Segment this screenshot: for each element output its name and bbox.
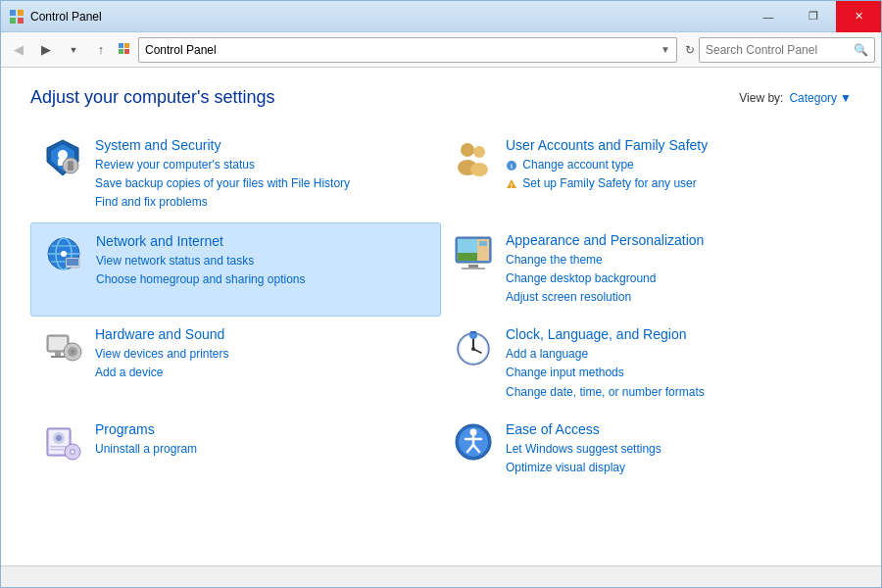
ease-of-access-link-2[interactable]: Optimize visual display (506, 459, 840, 477)
user-accounts-title[interactable]: User Accounts and Family Safety (506, 137, 840, 153)
hardware-icon (42, 326, 83, 368)
address-path-text: Control Panel (145, 43, 661, 57)
back-button[interactable]: ◀ (7, 38, 30, 62)
hardware-title[interactable]: Hardware and Sound (95, 326, 429, 342)
address-input[interactable]: Control Panel ▼ (138, 37, 677, 63)
up-button[interactable]: ↑ (89, 38, 113, 62)
location-icon (117, 41, 134, 59)
svg-rect-32 (458, 239, 477, 253)
system-security-title[interactable]: System and Security (95, 137, 429, 153)
svg-rect-0 (10, 10, 16, 16)
network-internet-text: Network and Internet View network status… (96, 233, 428, 289)
programs-title[interactable]: Programs (95, 421, 429, 437)
hardware-link-1[interactable]: View devices and printers (95, 345, 429, 364)
user-accounts-text: User Accounts and Family Safety i Change… (506, 137, 840, 193)
view-by-chevron-icon: ▼ (840, 91, 852, 105)
close-button[interactable]: ✕ (836, 1, 881, 32)
refresh-button[interactable]: ↻ (685, 43, 695, 57)
svg-rect-1 (18, 10, 24, 16)
svg-rect-7 (124, 49, 129, 54)
svg-rect-4 (119, 43, 123, 48)
minimize-button[interactable]: — (746, 1, 791, 32)
forward-button[interactable]: ▶ (34, 38, 58, 62)
network-internet-link-2[interactable]: Choose homegroup and sharing options (96, 270, 428, 289)
category-system-security[interactable]: System and Security Review your computer… (30, 127, 441, 222)
hardware-text: Hardware and Sound View devices and prin… (95, 326, 429, 382)
svg-rect-57 (50, 449, 64, 451)
svg-rect-33 (458, 253, 477, 261)
system-security-link-3[interactable]: Find and fix problems (95, 193, 429, 212)
user-accounts-icon (453, 137, 494, 178)
category-clock[interactable]: Clock, Language, and Region Add a langua… (441, 317, 852, 412)
programs-icon (42, 421, 83, 463)
category-programs[interactable]: Programs Uninstall a program (30, 412, 441, 487)
address-bar: ◀ ▶ ▼ ↑ Control Panel ▼ ↻ 🔍 (1, 32, 881, 68)
appearance-title[interactable]: Appearance and Personalization (506, 232, 840, 248)
address-dropdown-icon[interactable]: ▼ (661, 44, 670, 55)
clock-link-1[interactable]: Add a language (506, 345, 840, 364)
appearance-link-1[interactable]: Change the theme (506, 251, 840, 270)
svg-point-18 (470, 163, 488, 176)
search-input[interactable] (706, 43, 854, 57)
category-hardware[interactable]: Hardware and Sound View devices and prin… (30, 317, 441, 412)
system-security-icon (42, 137, 83, 178)
ease-of-access-link-1[interactable]: Let Windows suggest settings (506, 440, 840, 459)
system-security-text: System and Security Review your computer… (95, 137, 429, 213)
programs-link-1[interactable]: Uninstall a program (95, 440, 429, 459)
appearance-link-2[interactable]: Change desktop background (506, 270, 840, 288)
view-by-value: Category (789, 91, 837, 105)
clock-link-3[interactable]: Change date, time, or number formats (506, 383, 840, 402)
svg-point-15 (461, 143, 474, 157)
svg-point-10 (58, 150, 68, 160)
network-internet-icon (43, 233, 84, 274)
svg-text:i: i (511, 163, 513, 170)
appearance-link-3[interactable]: Adjust screen resolution (506, 288, 840, 307)
page-title: Adjust your computer's settings (30, 87, 275, 108)
svg-point-60 (72, 450, 74, 453)
category-ease-of-access[interactable]: Ease of Access Let Windows suggest setti… (441, 412, 852, 487)
user-accounts-link-1[interactable]: i Change account type (506, 156, 840, 174)
svg-rect-37 (462, 268, 485, 270)
window-icon (9, 9, 24, 24)
appearance-icon (453, 232, 494, 273)
search-icon[interactable]: 🔍 (854, 43, 868, 57)
appearance-text: Appearance and Personalization Change th… (506, 232, 840, 308)
ease-of-access-text: Ease of Access Let Windows suggest setti… (506, 421, 840, 477)
view-by-control: View by: Category ▼ (739, 91, 852, 105)
ease-of-access-title[interactable]: Ease of Access (506, 421, 840, 437)
main-header: Adjust your computer's settings View by:… (30, 87, 852, 108)
svg-rect-3 (18, 18, 24, 24)
search-box[interactable]: 🔍 (699, 37, 875, 63)
svg-text:!: ! (511, 182, 513, 189)
system-security-link-2[interactable]: Save backup copies of your files with Fi… (95, 174, 429, 193)
clock-link-2[interactable]: Change input methods (506, 364, 840, 382)
category-appearance[interactable]: Appearance and Personalization Change th… (441, 222, 852, 318)
category-network-internet[interactable]: Network and Internet View network status… (30, 222, 441, 318)
down-arrow-button[interactable]: ▼ (62, 38, 85, 62)
maximize-button[interactable]: ❐ (791, 1, 836, 32)
svg-rect-5 (124, 43, 129, 48)
svg-rect-36 (468, 265, 478, 268)
svg-rect-40 (55, 352, 61, 356)
categories-grid: System and Security Review your computer… (30, 127, 852, 487)
svg-rect-6 (119, 49, 123, 54)
title-bar: Control Panel — ❐ ✕ (1, 1, 881, 32)
clock-title[interactable]: Clock, Language, and Region (506, 326, 840, 342)
main-content: Adjust your computer's settings View by:… (1, 68, 881, 565)
svg-rect-56 (50, 446, 68, 448)
svg-point-44 (71, 350, 74, 354)
system-security-link-1[interactable]: Review your computer's status (95, 156, 429, 174)
user-accounts-link-2[interactable]: ! Set up Family Safety for any user (506, 174, 840, 193)
category-user-accounts[interactable]: User Accounts and Family Safety i Change… (441, 127, 852, 222)
svg-rect-30 (67, 259, 78, 266)
svg-rect-39 (49, 337, 67, 350)
svg-point-28 (61, 251, 67, 257)
view-by-button[interactable]: Category ▼ (789, 91, 852, 105)
svg-rect-14 (68, 166, 74, 171)
network-internet-link-1[interactable]: View network status and tasks (96, 252, 428, 270)
svg-point-55 (56, 435, 62, 441)
clock-icon (453, 326, 494, 368)
hardware-link-2[interactable]: Add a device (95, 364, 429, 382)
network-internet-title[interactable]: Network and Internet (96, 233, 428, 249)
svg-rect-2 (10, 18, 16, 24)
